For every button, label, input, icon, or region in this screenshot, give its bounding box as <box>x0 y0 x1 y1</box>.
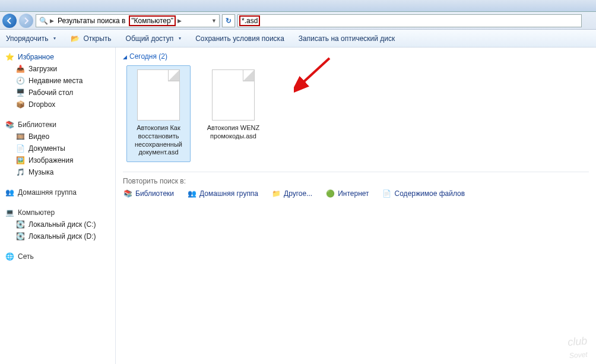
network-icon: 🌐 <box>5 252 14 261</box>
search-icon: 🔍 <box>39 16 48 26</box>
computer-icon: 💻 <box>5 208 14 217</box>
command-bar: Упорядочить 📂 Открыть Общий доступ Сохра… <box>0 30 596 48</box>
save-search-button[interactable]: Сохранить условия поиска <box>195 34 284 43</box>
sidebar-item-documents[interactable]: 📄Документы <box>0 143 115 154</box>
target-label: Домашняя группа <box>199 189 258 198</box>
item-label: Локальный диск (D:) <box>28 232 96 240</box>
item-label: Документы <box>28 144 65 153</box>
file-list: Автокопия Как восстановить несохраненный… <box>123 65 589 162</box>
item-label: Музыка <box>28 168 53 176</box>
breadcrumb-location: "Компьютер" <box>129 15 176 26</box>
sidebar-homegroup[interactable]: 👥Домашняя группа <box>0 186 115 198</box>
item-label: Dropbox <box>28 100 55 109</box>
sidebar-item-disk-c[interactable]: 💽Локальный диск (C:) <box>0 219 115 230</box>
favorites-label: Избранное <box>18 53 54 61</box>
repeat-target-homegroup[interactable]: 👥Домашняя группа <box>187 189 258 198</box>
repeat-target-other[interactable]: 📁Другое... <box>271 189 312 198</box>
libraries-icon: 📚 <box>123 189 132 198</box>
target-label: Содержимое файлов <box>395 189 465 198</box>
disk-icon: 💽 <box>15 232 25 241</box>
group-label: Сегодня (2) <box>129 52 167 61</box>
item-label: Рабочий стол <box>28 88 73 97</box>
network-label: Сеть <box>18 252 34 261</box>
repeat-target-content[interactable]: 📄Содержимое файлов <box>382 189 465 198</box>
item-label: Недавние места <box>28 77 83 85</box>
sidebar-item-downloads[interactable]: 📥Загрузки <box>0 63 115 75</box>
homegroup-icon: 👥 <box>187 189 196 198</box>
target-label: Интернет <box>338 189 369 198</box>
watermark-line2: Sovet <box>569 351 588 360</box>
share-button[interactable]: Общий доступ <box>126 34 182 43</box>
file-thumbnail-icon <box>137 69 180 121</box>
sidebar-item-pictures[interactable]: 🖼️Изображения <box>0 154 115 166</box>
music-icon: 🎵 <box>15 167 25 177</box>
address-bar: 🔍 ▶ Результаты поиска в "Компьютер" ▶ ▼ … <box>0 12 596 30</box>
chevron-right-icon: ▶ <box>177 18 182 24</box>
file-item[interactable]: Автокопия Как восстановить несохраненный… <box>126 65 191 162</box>
item-label: Локальный диск (C:) <box>28 220 96 229</box>
star-icon: ⭐ <box>5 52 14 62</box>
repeat-search-label: Повторить поиск в: <box>123 177 589 185</box>
collapse-icon: ◢ <box>123 54 127 60</box>
sidebar-network[interactable]: 🌐Сеть <box>0 251 115 262</box>
breadcrumb[interactable]: 🔍 ▶ Результаты поиска в "Компьютер" ▶ ▼ <box>36 14 220 27</box>
target-label: Другое... <box>284 189 312 198</box>
content-pane: ◢Сегодня (2) Автокопия Как восстановить … <box>116 48 596 364</box>
dropdown-icon[interactable]: ▼ <box>211 18 217 24</box>
disk-icon: 💽 <box>15 220 25 229</box>
repeat-target-libraries[interactable]: 📚Библиотеки <box>123 189 174 198</box>
file-content-icon: 📄 <box>382 189 392 198</box>
repeat-search-targets: 📚Библиотеки 👥Домашняя группа 📁Другое... … <box>123 189 589 198</box>
nav-back-button[interactable] <box>2 14 17 28</box>
recent-icon: 🕘 <box>15 76 25 86</box>
breadcrumb-prefix: Результаты поиска в <box>56 17 127 25</box>
nav-forward-button[interactable] <box>19 14 33 28</box>
sidebar-item-music[interactable]: 🎵Музыка <box>0 166 115 178</box>
repeat-target-internet[interactable]: 🟢Интернет <box>325 189 369 198</box>
computer-label: Компьютер <box>18 208 55 217</box>
desktop-icon: 🖥️ <box>15 88 25 97</box>
burn-button[interactable]: Записать на оптический диск <box>299 34 395 43</box>
sidebar-item-dropbox[interactable]: 📦Dropbox <box>0 99 115 110</box>
search-input[interactable]: *.asd <box>237 14 582 27</box>
search-query-text: *.asd <box>239 15 260 26</box>
homegroup-icon: 👥 <box>5 188 14 197</box>
folder-icon: 📁 <box>271 189 281 198</box>
watermark: club Sovet <box>568 337 589 360</box>
sidebar-libraries[interactable]: 📚Библиотеки <box>0 119 115 131</box>
target-label: Библиотеки <box>135 189 174 198</box>
organize-button[interactable]: Упорядочить <box>6 34 56 43</box>
homegroup-label: Домашняя группа <box>18 188 77 197</box>
dropbox-icon: 📦 <box>15 100 25 109</box>
libraries-icon: 📚 <box>5 120 14 129</box>
document-icon: 📄 <box>15 144 25 153</box>
refresh-button[interactable]: ↻ <box>222 14 235 27</box>
sidebar-item-desktop[interactable]: 🖥️Рабочий стол <box>0 87 115 99</box>
file-item[interactable]: Автокопия WENZ промокоды.asd <box>201 65 265 162</box>
chrome-icon: 🟢 <box>325 189 335 198</box>
sidebar-computer[interactable]: 💻Компьютер <box>0 207 115 219</box>
folder-icon: 📥 <box>15 64 25 74</box>
group-header[interactable]: ◢Сегодня (2) <box>123 52 589 61</box>
sidebar-item-disk-d[interactable]: 💽Локальный диск (D:) <box>0 230 115 242</box>
open-button[interactable]: 📂 Открыть <box>70 34 111 43</box>
sidebar-favorites[interactable]: ⭐Избранное <box>0 51 115 63</box>
file-name: Автокопия WENZ промокоды.asd <box>204 124 262 141</box>
libraries-label: Библиотеки <box>18 121 56 129</box>
open-icon: 📂 <box>70 34 80 43</box>
file-thumbnail-icon <box>212 69 255 121</box>
open-label: Открыть <box>83 34 111 43</box>
chevron-right-icon: ▶ <box>50 18 54 24</box>
divider <box>123 172 589 172</box>
file-name: Автокопия Как восстановить несохраненный… <box>129 124 188 157</box>
window-titlebar <box>0 0 596 12</box>
navigation-pane: ⭐Избранное 📥Загрузки 🕘Недавние места 🖥️Р… <box>0 48 116 364</box>
picture-icon: 🖼️ <box>15 156 25 165</box>
watermark-line1: club <box>568 337 588 347</box>
sidebar-item-recent[interactable]: 🕘Недавние места <box>0 75 115 87</box>
video-icon: 🎞️ <box>15 132 25 141</box>
item-label: Изображения <box>28 156 73 164</box>
item-label: Видео <box>28 132 49 141</box>
item-label: Загрузки <box>28 65 57 73</box>
sidebar-item-videos[interactable]: 🎞️Видео <box>0 131 115 143</box>
